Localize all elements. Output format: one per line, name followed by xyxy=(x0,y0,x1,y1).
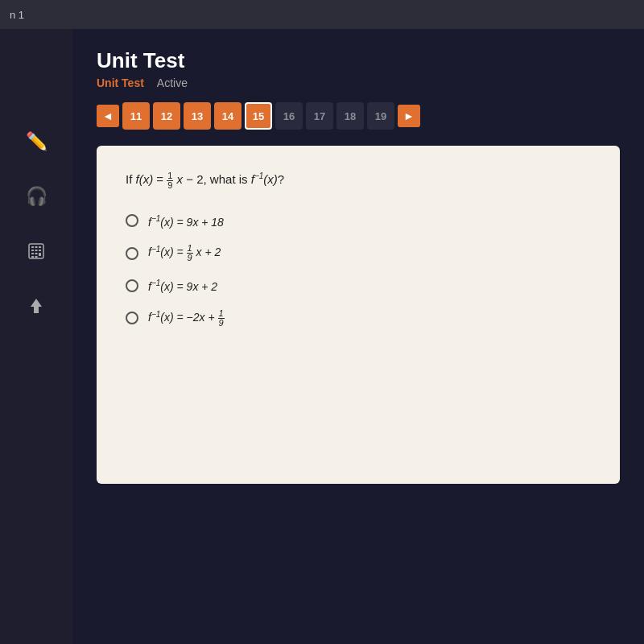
answer-text-d: f−1(x) = −2x + 1 9 xyxy=(148,309,225,328)
sidebar: ✏️ 🎧 xyxy=(0,29,72,644)
answer-text-c: f−1(x) = 9x + 2 xyxy=(148,279,217,293)
top-bar: n 1 xyxy=(0,0,644,29)
radio-b[interactable] xyxy=(126,247,138,260)
svg-rect-2 xyxy=(35,246,38,248)
pencil-icon[interactable]: ✏️ xyxy=(20,126,52,158)
radio-d[interactable] xyxy=(126,312,138,324)
answer-option-b[interactable]: f−1(x) = 1 9 x + 2 xyxy=(126,244,591,262)
page-11-button[interactable]: 11 xyxy=(122,102,150,130)
svg-rect-10 xyxy=(31,256,34,258)
headphone-icon[interactable]: 🎧 xyxy=(20,180,52,213)
radio-c[interactable] xyxy=(126,279,138,292)
svg-marker-12 xyxy=(31,299,42,313)
svg-rect-7 xyxy=(31,253,34,254)
svg-rect-5 xyxy=(35,250,38,251)
answer-text-a: f−1(x) = 9x + 18 xyxy=(148,214,224,229)
svg-rect-4 xyxy=(31,250,34,251)
svg-rect-11 xyxy=(35,256,38,258)
svg-rect-6 xyxy=(39,250,41,251)
main-content: Unit Test Unit Test Active ◄ 11 12 13 14… xyxy=(72,29,644,644)
next-page-button[interactable]: ► xyxy=(398,105,420,127)
answer-text-b: f−1(x) = 1 9 x + 2 xyxy=(148,244,221,262)
page-16-button: 16 xyxy=(275,102,303,130)
radio-a[interactable] xyxy=(126,214,138,227)
svg-rect-8 xyxy=(35,253,38,254)
fraction-b: 1 9 xyxy=(187,244,193,262)
breadcrumb: Unit Test Active xyxy=(97,76,620,89)
page-17-button: 17 xyxy=(306,102,333,130)
fraction-1-9: 1 9 xyxy=(167,171,173,190)
upload-icon[interactable] xyxy=(20,290,52,322)
svg-rect-9 xyxy=(39,253,41,256)
math-fx: f(x) xyxy=(136,172,154,186)
answer-option-d[interactable]: f−1(x) = −2x + 1 9 xyxy=(126,309,591,328)
svg-rect-3 xyxy=(39,246,41,248)
breadcrumb-unit-test[interactable]: Unit Test xyxy=(97,76,144,89)
page-14-button[interactable]: 14 xyxy=(214,102,242,130)
svg-rect-1 xyxy=(31,246,34,248)
question-prompt: If f(x) = 1 9 x − 2, what is f−1(x)? xyxy=(126,170,591,190)
question-card: If f(x) = 1 9 x − 2, what is f−1(x)? f−1… xyxy=(97,146,620,484)
fraction-d: 1 9 xyxy=(218,309,225,328)
page-19-button: 19 xyxy=(367,102,394,130)
top-bar-label: n 1 xyxy=(10,9,24,21)
prev-page-button[interactable]: ◄ xyxy=(97,105,119,127)
page-title: Unit Test xyxy=(97,48,620,73)
pagination-bar: ◄ 11 12 13 14 15 16 17 18 19 ► xyxy=(97,102,620,130)
answer-option-a[interactable]: f−1(x) = 9x + 18 xyxy=(126,214,591,229)
answer-option-c[interactable]: f−1(x) = 9x + 2 xyxy=(126,279,591,293)
breadcrumb-active: Active xyxy=(157,76,188,89)
page-12-button[interactable]: 12 xyxy=(153,102,180,130)
page-13-button[interactable]: 13 xyxy=(184,102,211,130)
calculator-icon[interactable] xyxy=(20,235,52,267)
page-15-button[interactable]: 15 xyxy=(245,102,272,130)
page-18-button: 18 xyxy=(336,102,364,130)
